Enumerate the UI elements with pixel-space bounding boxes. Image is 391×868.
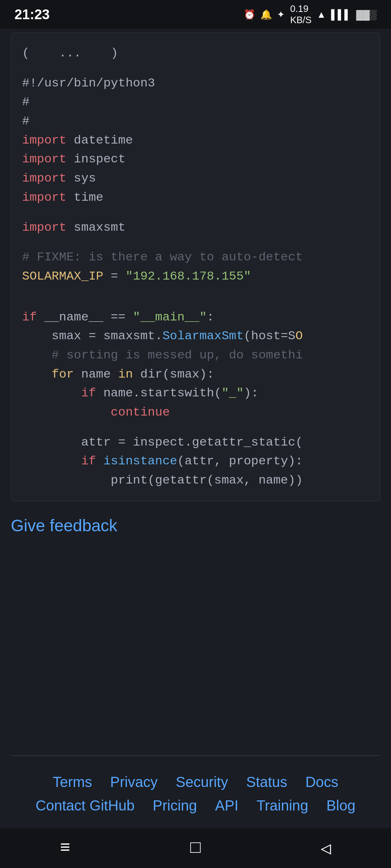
bottom-nav-bar: ≡ □ ◁ [0, 828, 391, 868]
code-line: smax = smaxsmt.SolarmaxSmt(host=SO [22, 327, 369, 346]
code-line: import time [22, 188, 369, 207]
footer-link-status[interactable]: Status [246, 774, 287, 790]
code-line: SOLARMAX_IP = "192.168.178.155" [22, 267, 369, 286]
code-line: print(getattr(smax, name)) [22, 471, 369, 490]
footer-link-training[interactable]: Training [257, 797, 308, 814]
footer-link-blog[interactable]: Blog [327, 797, 356, 814]
code-line: if isinstance(attr, property): [22, 452, 369, 471]
menu-icon[interactable]: ≡ [60, 838, 71, 858]
footer-link-terms[interactable]: Terms [52, 774, 92, 790]
signal-bars-icon: ▌▌▌ [331, 9, 351, 20]
code-line: if name.startswith("_"): [22, 384, 369, 403]
data-speed: 0.19KB/S [290, 3, 311, 26]
code-line: # FIXME: is there a way to auto-detect [22, 248, 369, 267]
content-spacer [0, 542, 391, 755]
code-line: import datetime [22, 131, 369, 150]
footer-link-privacy[interactable]: Privacy [110, 774, 157, 790]
footer-link-contact-github[interactable]: Contact GitHub [35, 797, 134, 814]
footer-row-2: Contact GitHub Pricing API Training Blog [35, 797, 355, 814]
give-feedback-link[interactable]: Give feedback [11, 516, 117, 535]
back-icon[interactable]: ◁ [321, 838, 331, 859]
footer-link-api[interactable]: API [215, 797, 238, 814]
status-bar: 21:23 ⏰ 🔔 ✦ 0.19KB/S ▲ ▌▌▌ ▓▓░ [0, 0, 391, 29]
notification-icon: 🔔 [260, 9, 272, 20]
bluetooth-icon: ✦ [277, 9, 285, 20]
footer-row-1: Terms Privacy Security Status Docs [52, 774, 338, 790]
status-icons: ⏰ 🔔 ✦ 0.19KB/S ▲ ▌▌▌ ▓▓░ [244, 3, 377, 26]
code-line: ( ... ) [22, 44, 369, 63]
wifi-icon: ▲ [317, 9, 326, 20]
give-feedback-section: Give feedback [11, 516, 380, 535]
code-line: attr = inspect.getattr_static( [22, 433, 369, 452]
footer-link-security[interactable]: Security [176, 774, 228, 790]
footer: Terms Privacy Security Status Docs Conta… [0, 756, 391, 828]
code-line: # sorting is messed up, do somethi [22, 346, 369, 365]
code-line: continue [22, 403, 369, 422]
code-line: # [22, 93, 369, 112]
alarm-icon: ⏰ [244, 9, 255, 20]
code-line: for name in dir(smax): [22, 365, 369, 384]
status-time: 21:23 [14, 7, 50, 22]
footer-link-docs[interactable]: Docs [305, 774, 338, 790]
code-line: # [22, 112, 369, 131]
code-line: import inspect [22, 150, 369, 169]
footer-link-pricing[interactable]: Pricing [153, 797, 197, 814]
code-line: import sys [22, 169, 369, 188]
home-icon[interactable]: □ [190, 838, 201, 858]
code-editor: ( ... ) #!/usr/bin/python3 # # import da… [11, 33, 380, 501]
code-line: #!/usr/bin/python3 [22, 74, 369, 93]
code-line: if __name__ == "__main__": [22, 308, 369, 327]
code-line: import smaxsmt [22, 218, 369, 237]
battery-icon: ▓▓░ [356, 9, 377, 20]
